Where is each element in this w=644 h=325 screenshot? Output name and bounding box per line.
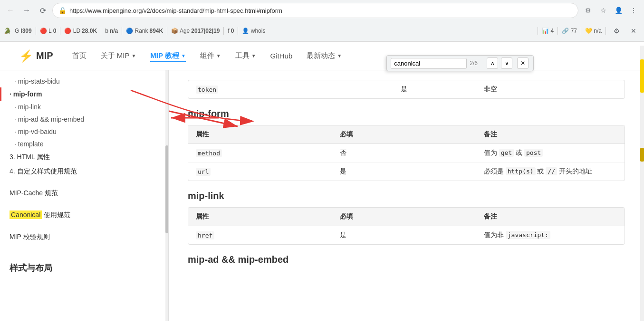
find-count: 2/6 [470, 60, 484, 67]
about-arrow-icon: ▼ [131, 53, 136, 58]
sidebar-item-link[interactable]: · mip-link [0, 101, 168, 113]
https-code: http(s) [506, 167, 536, 175]
browser-right-icons: ⚙ ☆ 👤 ⋮ [581, 4, 640, 17]
mipad-title: mip-ad && mip-embed [188, 254, 625, 265]
href-row: href 是 值为非 javascript: [188, 226, 625, 245]
divider7 [238, 27, 238, 35]
note-header2: 备注 [476, 208, 625, 226]
profile-button[interactable]: 👤 [612, 4, 625, 17]
forward-button[interactable]: → [20, 4, 33, 17]
required-header: 必填 [332, 125, 476, 144]
find-input[interactable] [391, 58, 467, 69]
href-code: href [196, 231, 214, 239]
find-prev-button[interactable]: ∧ [487, 57, 498, 69]
sidebar-group-cache[interactable]: MIP-Cache 规范 [0, 186, 168, 201]
tools-arrow-icon: ▼ [251, 53, 256, 58]
ext-ld: 🔴 LD 28.0K [64, 28, 97, 34]
slash-code: // [546, 167, 557, 175]
sidebar-item-template[interactable]: · template [0, 138, 168, 150]
sidebar-group-validate[interactable]: MIP 校验规则 [0, 230, 168, 244]
nav-home[interactable]: 首页 [72, 49, 87, 62]
ext-rank: 🔵 Rank 894K [126, 28, 163, 34]
site-nav: ⚡ MIP 首页 关于 MIP ▼ MIP 教程 ▼ 组件 ▼ 工具 ▼ Git… [0, 42, 644, 70]
href-note: 值为非 javascript: [476, 226, 625, 245]
token-table: token 是 非空 [188, 80, 625, 99]
method-required: 否 [332, 144, 476, 162]
nav-components[interactable]: 组件 ▼ [200, 49, 221, 62]
menu-button[interactable]: ⋮ [627, 4, 640, 17]
note-header: 备注 [476, 125, 625, 144]
ext-na: 💛 n/a [585, 28, 602, 34]
nav-tools[interactable]: 工具 ▼ [235, 49, 256, 62]
back-button[interactable]: ← [4, 4, 17, 17]
nav-news[interactable]: 最新动态 ▼ [307, 49, 342, 62]
method-row: method 否 值为 get 或 post [188, 144, 625, 162]
address-bar[interactable] [69, 7, 572, 14]
address-bar-container[interactable]: 🔒 [52, 3, 578, 18]
sidebar-item-form[interactable]: · mip-form [0, 87, 168, 101]
site-logo: ⚡ MIP [19, 49, 53, 63]
divider8 [538, 27, 538, 35]
canonical-highlight: Canonical [10, 210, 42, 219]
token-attr: token [188, 80, 332, 98]
ext-g: G I309 [15, 28, 32, 34]
tutorial-arrow-icon: ▼ [181, 53, 186, 58]
method-note: 值为 get 或 post [476, 144, 625, 162]
divider6 [223, 27, 224, 35]
divider11 [606, 27, 606, 35]
token-note: 非空 [476, 80, 625, 98]
mipform-title: mip-form [188, 108, 625, 119]
sidebar-item-custom-style[interactable]: 4. 自定义样式使用规范 [0, 164, 168, 179]
extension-toolbar: 🐊 G I309 🔴 L 0 🔴 LD 28.0K b n/a 🔵 Rank 8… [0, 21, 644, 41]
sidebar-group-canonical[interactable]: Canonical 使用规范 [0, 208, 168, 222]
miplink-title: mip-link [188, 191, 625, 201]
sidebar-item-vd[interactable]: · mip-vd-baidu [0, 125, 168, 138]
ext-fb: f 0 [228, 28, 234, 34]
nav-github[interactable]: GitHub [270, 50, 293, 62]
sidebar-item-stats[interactable]: · mip-stats-bidu [0, 75, 168, 87]
sidebar-item-html-attrs[interactable]: 3. HTML 属性 [0, 150, 168, 164]
sidebar-item-ad[interactable]: · mip-ad && mip-embed [0, 113, 168, 125]
close-ext-button[interactable]: ✕ [627, 24, 640, 38]
attr-header2: 属性 [188, 208, 332, 226]
refresh-button[interactable]: ⟳ [36, 4, 49, 17]
news-arrow-icon: ▼ [337, 53, 342, 58]
get-code: get [499, 149, 514, 157]
ext-l: 🔴 L 0 [40, 28, 57, 34]
ext-logo: 🐊 [4, 28, 11, 34]
right-scrollbar[interactable] [640, 46, 644, 321]
divider5 [167, 27, 167, 35]
ext-whois[interactable]: 👤 whois [242, 28, 265, 34]
ext-4: 📊 4 [542, 28, 554, 34]
method-code: method [196, 149, 222, 157]
token-code: token [196, 86, 218, 94]
url-row: url 是 必须是 http(s) 或 // 开头的地址 [188, 162, 625, 181]
table-row: token 是 非空 [188, 80, 625, 98]
sidebar-scrollbar[interactable] [165, 70, 168, 321]
href-attr: href [188, 226, 332, 245]
components-arrow-icon: ▼ [216, 53, 221, 58]
miplink-table: 属性 必填 备注 href 是 值为非 javascript: [188, 207, 625, 245]
url-required: 是 [332, 162, 476, 181]
right-scroll-highlight2 [640, 148, 644, 162]
bookmark-button[interactable]: ☆ [596, 4, 610, 17]
javascript-code: javascript: [506, 231, 550, 239]
sidebar-group-layout[interactable]: 样式与布局 [0, 259, 168, 277]
browser-chrome: ← → ⟳ 🔒 ⚙ ☆ 👤 ⋮ 🐊 G I309 🔴 L 0 🔴 LD 28.0… [0, 0, 644, 42]
extensions-button[interactable]: ⚙ [581, 4, 595, 17]
lock-icon: 🔒 [58, 7, 67, 14]
settings-button[interactable]: ⚙ [610, 24, 623, 38]
find-next-button[interactable]: ∨ [501, 57, 512, 69]
sidebar: · mip-stats-bidu · mip-form · mip-link ·… [0, 70, 169, 321]
browser-toolbar: ← → ⟳ 🔒 ⚙ ☆ 👤 ⋮ [0, 0, 644, 21]
nav-tutorial[interactable]: MIP 教程 ▼ [150, 49, 185, 62]
mipform-table: 属性 必填 备注 method 否 值为 get 或 post url 是 必须… [188, 125, 625, 181]
mipform-header-row: 属性 必填 备注 [188, 125, 625, 144]
logo-text: MIP [36, 50, 53, 61]
nav-items: 首页 关于 MIP ▼ MIP 教程 ▼ 组件 ▼ 工具 ▼ GitHub 最新… [72, 49, 342, 62]
divider10 [581, 27, 581, 35]
sidebar-scroll-thumb [165, 145, 168, 233]
find-close-button[interactable]: ✕ [517, 57, 529, 69]
nav-about[interactable]: 关于 MIP ▼ [101, 49, 136, 62]
right-scroll-highlight1 [640, 59, 644, 93]
